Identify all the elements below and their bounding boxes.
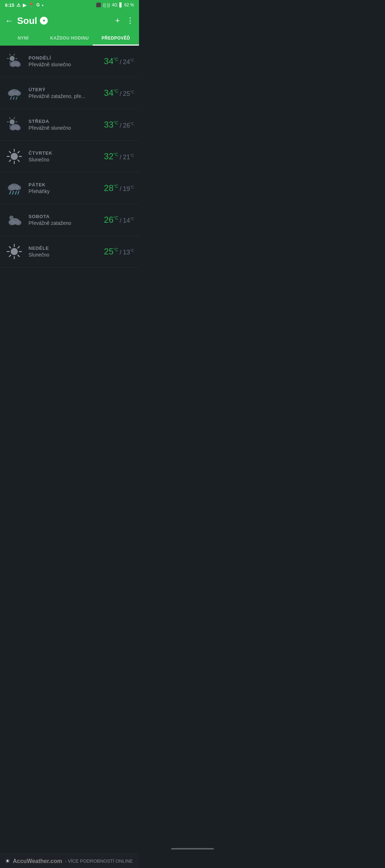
day-name: NEDĚLE	[29, 246, 99, 251]
temp-separator: /	[120, 122, 122, 129]
weather-icon	[5, 242, 24, 261]
temp-low: 13°C	[123, 249, 134, 256]
temperatures: 26°C / 14°C	[104, 215, 134, 225]
back-button[interactable]: ←	[5, 16, 14, 26]
app-bar: ← Soul ▾ + ⋮	[0, 10, 139, 31]
svg-point-37	[15, 185, 21, 190]
svg-point-26	[11, 153, 18, 160]
forecast-row[interactable]: STŘEDA Převážně slunečno 33°C / 26°C	[0, 109, 139, 141]
temp-high: 32°C	[104, 151, 118, 161]
svg-line-34	[18, 151, 19, 153]
svg-point-45	[15, 220, 21, 225]
temp-separator: /	[120, 185, 122, 193]
temperatures: 32°C / 21°C	[104, 151, 134, 161]
weather-icon	[5, 179, 24, 197]
temperatures: 33°C / 26°C	[104, 120, 134, 130]
temperatures: 28°C / 19°C	[104, 183, 134, 193]
temp-separator: /	[120, 249, 122, 256]
youtube-icon: ▶	[23, 2, 26, 8]
app-title: Soul ▾	[17, 15, 115, 26]
day-description: Slunečno	[29, 252, 99, 258]
svg-line-28	[18, 160, 19, 161]
temp-separator: /	[120, 58, 122, 66]
svg-line-48	[18, 255, 19, 257]
temp-low: 19°C	[123, 185, 134, 193]
day-name: ÚTERÝ	[29, 87, 99, 92]
wifi-icon: ((·))	[103, 2, 110, 7]
day-info: NEDĚLE Slunečno	[29, 246, 99, 258]
svg-point-9	[15, 62, 21, 67]
forecast-list: PONDĚLÍ Převážně slunečno 34°C / 24°C ÚT…	[0, 46, 139, 268]
temp-high: 33°C	[104, 120, 118, 130]
svg-line-3	[10, 62, 10, 63]
forecast-row[interactable]: ČTVRTEK Slunečno 32°C / 21°C	[0, 141, 139, 172]
tab-nyni[interactable]: NYNÍ	[0, 31, 46, 45]
more-button[interactable]: ⋮	[126, 16, 134, 25]
svg-line-41	[18, 191, 19, 194]
svg-point-12	[15, 91, 21, 96]
weather-icon	[5, 84, 24, 102]
temp-high: 34°C	[104, 88, 118, 98]
day-info: ÚTERÝ Převážně zataženo, pře...	[29, 87, 99, 99]
tab-bar: NYNÍ KAŽDOU HODINU PŘEDPOVĚĎ	[0, 31, 139, 46]
day-name: PÁTEK	[29, 182, 99, 187]
weather-icon	[5, 115, 24, 134]
day-description: Přeháňky	[29, 188, 99, 194]
day-info: ČTVRTEK Slunečno	[29, 150, 99, 162]
temperatures: 25°C / 13°C	[104, 247, 134, 257]
svg-line-15	[16, 97, 17, 99]
svg-point-36	[8, 185, 15, 191]
add-button[interactable]: +	[115, 16, 120, 25]
temp-separator: /	[120, 217, 122, 224]
temp-separator: /	[120, 154, 122, 161]
day-name: STŘEDA	[29, 119, 99, 124]
temp-separator: /	[120, 90, 122, 98]
cast-icon: ⬛	[96, 2, 101, 7]
svg-line-39	[12, 191, 14, 194]
time: 6:15	[5, 2, 14, 8]
svg-line-32	[9, 151, 11, 153]
day-name: PONDĚLÍ	[29, 55, 99, 61]
svg-point-44	[9, 219, 16, 225]
tab-predpoved[interactable]: PŘEDPOVĚĎ	[93, 31, 139, 45]
city-name: Soul	[17, 15, 37, 26]
temp-high: 26°C	[104, 215, 118, 225]
weather-icon	[5, 147, 24, 166]
battery: 62 %	[124, 2, 134, 7]
day-info: PÁTEK Přeháňky	[29, 182, 99, 194]
forecast-row[interactable]: SOBOTA Převážně zataženo 26°C / 14°C	[0, 204, 139, 236]
forecast-row[interactable]: PONDĚLÍ Převážně slunečno 34°C / 24°C	[0, 46, 139, 77]
day-description: Slunečno	[29, 157, 99, 162]
app-bar-actions: + ⋮	[115, 16, 134, 25]
day-description: Převážně zataženo	[29, 220, 99, 226]
forecast-row[interactable]: ÚTERÝ Převážně zataženo, pře... 34°C / 2…	[0, 77, 139, 109]
bars-icon: ▋	[119, 2, 123, 7]
svg-line-40	[15, 191, 16, 194]
status-left: 6:15 ⚠ ▶ 📍 G •	[5, 2, 43, 8]
temp-low: 14°C	[123, 217, 134, 224]
forecast-row[interactable]: NEDĚLE Slunečno 25°C / 13°C	[0, 236, 139, 268]
svg-line-6	[14, 54, 15, 55]
google-icon: G	[36, 2, 40, 7]
status-right: ⬛ ((·)) 4G ▋ 62 %	[96, 2, 134, 7]
day-description: Převážně zataženo, pře...	[29, 93, 99, 99]
dropdown-button[interactable]: ▾	[40, 17, 48, 25]
day-info: SOBOTA Převážně zataženo	[29, 214, 99, 226]
svg-line-30	[9, 160, 11, 161]
svg-point-16	[10, 119, 15, 124]
svg-line-14	[13, 97, 14, 99]
svg-line-50	[9, 255, 11, 257]
temp-low: 24°C	[123, 58, 134, 66]
svg-point-25	[15, 125, 21, 130]
chevron-down-icon: ▾	[43, 18, 45, 23]
svg-point-46	[11, 248, 18, 255]
alert-icon: ⚠	[16, 2, 21, 8]
tab-kazdou-hodinu[interactable]: KAŽDOU HODINU	[46, 31, 93, 45]
svg-line-22	[14, 118, 15, 119]
day-info: PONDĚLÍ Převážně slunečno	[29, 55, 99, 67]
weather-icon	[5, 52, 24, 71]
day-name: SOBOTA	[29, 214, 99, 219]
forecast-row[interactable]: PÁTEK Přeháňky 28°C / 19°C	[0, 172, 139, 204]
svg-line-52	[9, 247, 11, 248]
svg-line-5	[10, 54, 10, 55]
